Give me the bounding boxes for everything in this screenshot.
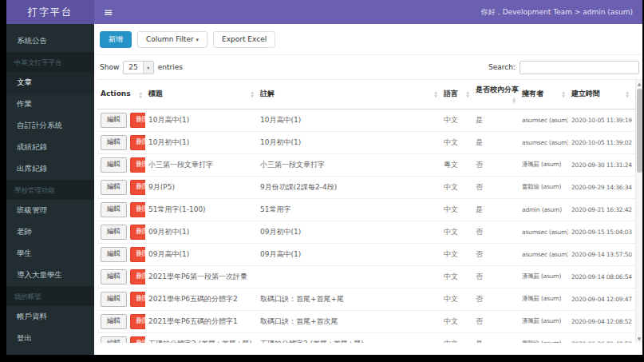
edit-button[interactable]: 編輯 [101, 135, 127, 150]
sidebar-item[interactable]: 文章 [6, 72, 94, 93]
sidebar-item[interactable]: 作業 [6, 93, 94, 115]
edit-button[interactable]: 編輯 [101, 180, 127, 195]
column-header[interactable]: 標題▲▼ [145, 80, 257, 109]
delete-button[interactable]: 刪除 [130, 269, 145, 284]
hamburger-menu-icon[interactable]: ≡ [104, 6, 113, 18]
delete-button[interactable]: 刪除 [130, 180, 145, 195]
vertical-scrollbar[interactable]: ▲ ▼ [635, 80, 642, 343]
sort-icon: ▲▼ [562, 89, 565, 97]
cell-note: 10月初中(1) [257, 131, 441, 153]
sidebar-item[interactable]: 登出 [6, 328, 94, 349]
top-bar: 打字平台 ≡ 你好，Development Team > admin (asum… [6, 0, 642, 24]
edit-button[interactable]: 編輯 [101, 269, 127, 284]
cell-lang: 中文 [441, 243, 472, 265]
search-area: Search: [488, 61, 639, 74]
cell-title: 09月高中(1) [145, 243, 257, 265]
cell-title: 10月初中(1) [145, 131, 257, 153]
edit-button[interactable]: 編輯 [101, 247, 127, 262]
sidebar-item[interactable]: 出席紀錄 [6, 158, 94, 180]
cell-title: 2021學年P6第一段第一次評量 [145, 265, 257, 288]
add-button[interactable]: 新增 [100, 31, 132, 48]
app-brand[interactable]: 打字平台 [6, 0, 94, 24]
table-row: 編輯刪除09月高中(1)09月高中(1)中文否asumsec (asum)202… [97, 243, 642, 265]
delete-button[interactable]: 刪除 [130, 157, 145, 173]
caret-down-icon: ▾ [196, 37, 200, 43]
cell-share: 是 [472, 332, 519, 343]
column-header[interactable]: Actions▲▼ [97, 80, 145, 109]
scroll-up-icon[interactable]: ▲ [636, 80, 642, 88]
cell-owner: asumsec (asum) [519, 221, 568, 243]
cell-share: 否 [472, 221, 519, 243]
cell-actions: 編輯刪除 [97, 288, 145, 310]
sidebar-section-header: 學校管理功能 [6, 180, 94, 200]
cell-owner: 潘珮茹 (asum) [519, 265, 568, 288]
column-header[interactable]: 註解▲▼ [257, 80, 441, 109]
edit-button[interactable]: 編輯 [101, 314, 127, 329]
delete-button[interactable]: 刪除 [130, 292, 145, 307]
cell-title: 小三第一段文章打字 [145, 153, 257, 176]
column-header[interactable]: 語言▲▼ [441, 80, 472, 109]
cell-owner: asumsec (asum) [519, 131, 568, 153]
cell-owner: 潘珮茹 (asum) [519, 288, 568, 310]
edit-button[interactable]: 編輯 [101, 113, 127, 128]
cell-created: 2020-09-14 08:06:54 [568, 265, 632, 288]
search-label: Search: [488, 63, 516, 71]
table-row: 編輯刪除9月(P5)9月份功課(2課每2-4段)中文否曹穎瑜 (asum)202… [97, 176, 642, 198]
cell-share: 是 [472, 198, 519, 221]
delete-button[interactable]: 刪除 [130, 314, 145, 329]
user-greeting[interactable]: 你好，Development Team > admin (asum) [481, 7, 633, 18]
cell-note: 10月高中(1) [257, 109, 441, 131]
edit-button[interactable]: 編輯 [101, 202, 127, 217]
delete-button[interactable]: 刪除 [130, 336, 145, 343]
column-filter-button[interactable]: Column Filter ▾ [137, 31, 207, 48]
edit-button[interactable]: 編輯 [101, 225, 127, 240]
table-area: Actions▲▼標題▲▼註解▲▼語言▲▼是否校內分享?▲▼擁有者▲▼建立時間▲… [97, 79, 642, 343]
sidebar-item[interactable]: 帳戶資料 [6, 306, 94, 328]
cell-share: 是 [472, 131, 519, 153]
cell-share: 是 [472, 109, 519, 131]
delete-button[interactable]: 刪除 [130, 247, 145, 262]
column-header[interactable]: 建立時間▲▼ [568, 80, 632, 109]
sidebar-item[interactable]: 導入大量學生 [6, 265, 94, 286]
cell-share: 否 [472, 310, 519, 332]
cell-actions: 編輯刪除 [97, 221, 145, 243]
cell-note: 9月份功課(2課每2-4段) [257, 176, 441, 198]
scrollbar-thumb[interactable] [637, 89, 642, 173]
cell-note [257, 265, 441, 288]
articles-table: Actions▲▼標題▲▼註解▲▼語言▲▼是否校內分享?▲▼擁有者▲▼建立時間▲… [97, 80, 642, 343]
toolbar: 新增 Column Filter ▾ Export Excel [97, 24, 642, 55]
edit-button[interactable]: 編輯 [101, 292, 127, 307]
entries-label: entries [158, 63, 183, 71]
table-row: 編輯刪除10月高中(1)10月高中(1)中文是asumsec (asum)202… [97, 109, 642, 131]
sidebar-item[interactable]: 系統公告 [6, 30, 94, 52]
edit-button[interactable]: 編輯 [101, 157, 127, 173]
table-row: 編輯刪除51常用字(1-100)51常用字中文是admin (asum)2020… [97, 198, 642, 221]
top-bar-main: ≡ 你好，Development Team > admin (asum) [94, 0, 642, 24]
cell-created: 2020-09-21 16:32:42 [568, 198, 632, 221]
select-caret-icon: ▾ [143, 62, 153, 74]
table-row: 編輯刪除10月初中(1)10月初中(1)中文是asumsec (asum)202… [97, 131, 642, 153]
search-input[interactable] [520, 61, 639, 74]
column-header[interactable]: 是否校內分享?▲▼ [472, 80, 519, 109]
delete-button[interactable]: 刪除 [130, 135, 145, 150]
cell-created: 2020-09-30 11:31:24 [568, 153, 632, 176]
cell-actions: 編輯刪除 [97, 176, 145, 198]
sidebar-item[interactable]: 學生 [6, 243, 94, 265]
sidebar-item[interactable]: 自訂計分系統 [6, 115, 94, 137]
layout: 系統公告中英文打字平台文章作業自訂計分系統成績紀錄出席紀錄學校管理功能班級管理老… [6, 24, 642, 355]
main-content: 新增 Column Filter ▾ Export Excel Show 25 … [94, 24, 642, 355]
sidebar-item[interactable]: 班級管理 [6, 200, 94, 221]
sidebar-item[interactable]: 成績紀錄 [6, 137, 94, 158]
edit-button[interactable]: 編輯 [101, 336, 127, 343]
delete-button[interactable]: 刪除 [130, 202, 145, 217]
column-header[interactable]: 擁有者▲▼ [519, 80, 568, 109]
cell-title: 2021學年P6五碼的分體字2 [145, 288, 257, 310]
delete-button[interactable]: 刪除 [130, 113, 145, 128]
scroll-down-icon[interactable]: ▼ [636, 335, 642, 343]
sidebar-item[interactable]: 老師 [6, 221, 94, 243]
page-size-select[interactable]: 25 ▾ [123, 61, 153, 74]
delete-button[interactable]: 刪除 [130, 225, 145, 240]
table-row: 編輯刪除五碼的分體字2 (首尾+首尾+尾)五碼的分體字2 (首尾+首尾+尾)中文… [97, 332, 642, 343]
export-excel-button[interactable]: Export Excel [213, 31, 275, 48]
cell-note: 取碼口訣：首尾+首尾+尾 [257, 288, 441, 310]
